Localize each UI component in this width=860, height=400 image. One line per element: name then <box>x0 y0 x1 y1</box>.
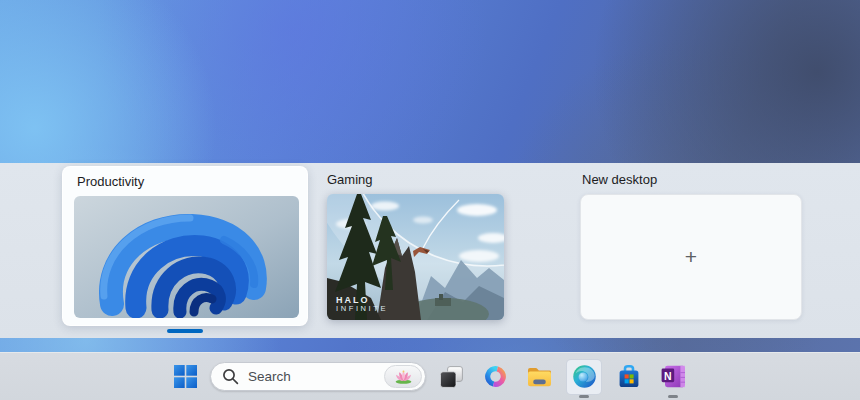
task-view-button[interactable] <box>434 355 468 399</box>
desktop-thumbnail-productivity[interactable] <box>74 196 299 318</box>
halo-infinite-logo: HALO INFINITE <box>336 296 388 313</box>
search-highlight-button[interactable] <box>384 365 422 388</box>
search-icon <box>222 368 239 385</box>
onenote-button[interactable]: N <box>656 355 690 399</box>
microsoft-store-button[interactable] <box>612 355 646 399</box>
plus-icon: + <box>685 245 697 269</box>
edge-running-indicator <box>579 395 589 398</box>
copilot-button[interactable] <box>478 355 512 399</box>
search-placeholder: Search <box>248 369 291 384</box>
onenote-icon: N <box>661 364 686 389</box>
start-button[interactable] <box>170 355 200 399</box>
onenote-running-indicator <box>668 395 678 398</box>
desktop-label-productivity: Productivity <box>77 174 144 189</box>
taskbar: Search <box>0 352 860 400</box>
edge-icon <box>572 364 597 389</box>
task-view-screen: Productivity <box>0 0 860 400</box>
new-desktop-label: New desktop <box>582 172 657 187</box>
onenote-letter: N <box>664 370 672 382</box>
active-desktop-indicator <box>167 329 203 333</box>
copilot-icon <box>483 364 508 389</box>
desktop-card-productivity[interactable]: Productivity <box>62 166 308 326</box>
lotus-icon <box>394 369 413 384</box>
new-desktop-button[interactable]: + <box>580 194 802 320</box>
desktop-thumbnail-gaming[interactable]: HALO INFINITE <box>327 194 504 320</box>
windows-logo-icon <box>174 365 197 388</box>
microsoft-store-icon <box>616 364 642 390</box>
search-input[interactable]: Search <box>210 362 426 391</box>
file-explorer-button[interactable] <box>522 355 556 399</box>
desktop-label-gaming: Gaming <box>327 172 373 187</box>
task-view-icon <box>440 366 463 388</box>
edge-button-active[interactable] <box>566 359 602 395</box>
file-explorer-icon <box>527 366 552 387</box>
